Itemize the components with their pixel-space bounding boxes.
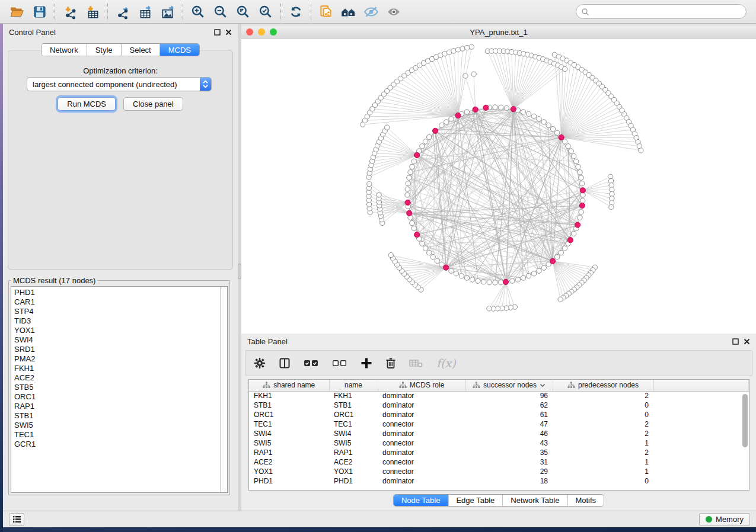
- tab-motifs[interactable]: Motifs: [567, 495, 604, 506]
- search-field[interactable]: [576, 4, 747, 19]
- cell-predecessor_nodes[interactable]: 1: [553, 457, 653, 467]
- cell-name[interactable]: RAP1: [329, 448, 378, 457]
- result-node[interactable]: STB5: [14, 383, 220, 392]
- result-node[interactable]: RAP1: [14, 402, 220, 411]
- zoom-in-button[interactable]: [187, 2, 209, 22]
- close-panel-icon[interactable]: [744, 338, 750, 345]
- cell-shared_name[interactable]: ACE2: [249, 457, 329, 467]
- network-graph[interactable]: [241, 39, 756, 334]
- add-column-icon[interactable]: [361, 357, 372, 369]
- tab-network[interactable]: Network: [42, 44, 87, 56]
- network-from-selection-button[interactable]: [315, 2, 337, 22]
- export-network-button[interactable]: [111, 2, 134, 22]
- tab-style[interactable]: Style: [87, 44, 122, 56]
- cell-name[interactable]: SWI4: [329, 429, 378, 438]
- delete-table-icon[interactable]: [409, 358, 423, 368]
- cell-successor_nodes[interactable]: 96: [465, 391, 553, 400]
- cell-shared_name[interactable]: STB1: [249, 400, 329, 410]
- table-scrollbar-thumb[interactable]: [742, 394, 748, 447]
- criterion-select[interactable]: largest connected component (undirected): [27, 77, 212, 91]
- network-canvas[interactable]: [241, 39, 756, 334]
- export-image-button[interactable]: [157, 2, 179, 22]
- column-header-MCDS-role[interactable]: MCDS role: [378, 380, 465, 391]
- zoom-selected-button[interactable]: [254, 2, 277, 22]
- zoom-out-button[interactable]: [209, 2, 232, 22]
- cell-name[interactable]: FKH1: [329, 391, 378, 400]
- cell-successor_nodes[interactable]: 46: [465, 429, 553, 438]
- function-builder-icon[interactable]: f(x): [436, 357, 456, 370]
- table-row[interactable]: YOX1YOX1connector291: [249, 467, 749, 476]
- cell-name[interactable]: ORC1: [329, 410, 378, 419]
- column-header-shared-name[interactable]: shared name: [249, 380, 329, 391]
- cell-predecessor_nodes[interactable]: 0: [553, 400, 653, 410]
- cell-shared_name[interactable]: RAP1: [249, 448, 329, 457]
- cell-mcds_role[interactable]: dominator: [378, 410, 465, 419]
- cell-mcds_role[interactable]: connector: [378, 419, 465, 429]
- float-panel-icon[interactable]: [732, 338, 739, 345]
- cell-mcds_role[interactable]: dominator: [378, 400, 465, 410]
- result-node[interactable]: STP4: [14, 307, 220, 316]
- cell-shared_name[interactable]: FKH1: [249, 391, 329, 400]
- table-row[interactable]: TEC1TEC1connector472: [249, 419, 749, 429]
- result-node[interactable]: FKH1: [14, 364, 220, 373]
- cell-predecessor_nodes[interactable]: 0: [553, 410, 653, 419]
- hide-selected-button[interactable]: [360, 2, 382, 22]
- apply-layout-button[interactable]: [285, 2, 307, 22]
- column-selector-icon[interactable]: [279, 357, 291, 369]
- result-node[interactable]: YOX1: [14, 326, 220, 335]
- tab-select[interactable]: Select: [122, 44, 160, 56]
- column-header-predecessor-nodes[interactable]: predecessor nodes: [553, 380, 653, 391]
- column-header-successor-nodes[interactable]: successor nodes: [465, 380, 553, 391]
- result-node[interactable]: GCR1: [14, 440, 220, 449]
- result-node[interactable]: PHD1: [14, 288, 220, 297]
- table-row[interactable]: PHD1PHD1dominator180: [249, 476, 749, 486]
- result-node[interactable]: CAR1: [14, 297, 220, 307]
- cell-predecessor_nodes[interactable]: 2: [553, 448, 653, 457]
- cell-name[interactable]: TEC1: [329, 419, 378, 429]
- cell-mcds_role[interactable]: connector: [378, 467, 465, 476]
- export-table-button[interactable]: [134, 2, 157, 22]
- cell-name[interactable]: SWI5: [329, 438, 378, 448]
- cell-shared_name[interactable]: ORC1: [249, 410, 329, 419]
- tab-edge-table[interactable]: Edge Table: [448, 495, 503, 506]
- cell-successor_nodes[interactable]: 43: [465, 438, 553, 448]
- result-node[interactable]: SRD1: [14, 345, 220, 354]
- cell-predecessor_nodes[interactable]: 1: [553, 438, 653, 448]
- save-session-button[interactable]: [28, 2, 51, 22]
- cell-name[interactable]: YOX1: [329, 467, 378, 476]
- zoom-fit-button[interactable]: [232, 2, 254, 22]
- tab-mcds[interactable]: MCDS: [160, 44, 199, 56]
- result-node[interactable]: STB1: [14, 411, 220, 421]
- import-network-button[interactable]: [59, 2, 81, 22]
- mcds-result-list[interactable]: PHD1CAR1STP4TID3YOX1SWI4SRD1PMA2FKH1ACE2…: [11, 286, 220, 493]
- table-row[interactable]: ORC1ORC1dominator610: [249, 410, 749, 419]
- result-node[interactable]: ORC1: [14, 392, 220, 402]
- cell-name[interactable]: PHD1: [329, 476, 378, 486]
- cell-predecessor_nodes[interactable]: 0: [553, 476, 653, 486]
- cell-shared_name[interactable]: PHD1: [249, 476, 329, 486]
- table-row[interactable]: SWI5SWI5connector431: [249, 438, 749, 448]
- cell-predecessor_nodes[interactable]: 2: [553, 391, 653, 400]
- cell-mcds_role[interactable]: dominator: [378, 391, 465, 400]
- cell-shared_name[interactable]: TEC1: [249, 419, 329, 429]
- cell-successor_nodes[interactable]: 31: [465, 457, 553, 467]
- result-node[interactable]: SWI4: [14, 335, 220, 345]
- open-file-button[interactable]: [6, 2, 28, 22]
- cell-shared_name[interactable]: SWI4: [249, 429, 329, 438]
- cell-successor_nodes[interactable]: 47: [465, 419, 553, 429]
- cell-shared_name[interactable]: SWI5: [249, 438, 329, 448]
- cell-mcds_role[interactable]: dominator: [378, 476, 465, 486]
- show-all-button[interactable]: [382, 2, 405, 22]
- result-node[interactable]: PMA2: [14, 354, 220, 364]
- table-row[interactable]: ACE2ACE2connector311: [249, 457, 749, 467]
- float-panel-icon[interactable]: [214, 29, 221, 36]
- delete-column-icon[interactable]: [385, 357, 396, 369]
- table-row[interactable]: FKH1FKH1dominator962: [249, 391, 749, 400]
- result-node[interactable]: SWI5: [14, 421, 220, 430]
- cell-successor_nodes[interactable]: 35: [465, 448, 553, 457]
- cell-mcds_role[interactable]: connector: [378, 438, 465, 448]
- cell-shared_name[interactable]: YOX1: [249, 467, 329, 476]
- first-neighbors-button[interactable]: [337, 2, 360, 22]
- run-mcds-button[interactable]: Run MCDS: [58, 97, 116, 111]
- search-input[interactable]: [589, 8, 741, 16]
